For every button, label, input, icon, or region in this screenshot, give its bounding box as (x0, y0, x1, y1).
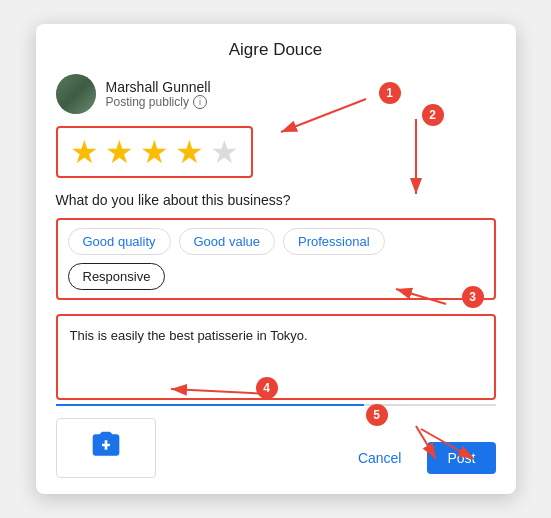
info-icon[interactable]: i (193, 95, 207, 109)
modal-title: Aigre Douce (56, 40, 496, 60)
post-button[interactable]: Post (427, 442, 495, 474)
tag-good-value[interactable]: Good value (179, 228, 276, 255)
user-info: Marshall Gunnell Posting publicly i (106, 79, 211, 109)
add-photo-box[interactable] (56, 418, 156, 478)
question-label: What do you like about this business? (56, 192, 496, 208)
star-3[interactable]: ★ (140, 136, 169, 168)
bottom-row: Cancel Post (56, 418, 496, 478)
avatar-image (56, 74, 96, 114)
star-4[interactable]: ★ (175, 136, 204, 168)
star-2[interactable]: ★ (105, 136, 134, 168)
review-text-box[interactable] (56, 314, 496, 401)
cancel-button[interactable]: Cancel (342, 442, 418, 474)
user-name: Marshall Gunnell (106, 79, 211, 95)
tag-responsive[interactable]: Responsive (68, 263, 166, 290)
star-5[interactable]: ★ (210, 136, 239, 168)
stars-container[interactable]: ★ ★ ★ ★ ★ (56, 126, 253, 178)
add-photo-icon (90, 429, 122, 468)
action-buttons: Cancel Post (342, 442, 496, 474)
posting-publicly-label: Posting publicly i (106, 95, 211, 109)
tag-professional[interactable]: Professional (283, 228, 385, 255)
text-underline (56, 404, 496, 406)
review-modal: 1 2 3 4 5 Aigre Douce Marshall Gunnell P… (36, 24, 516, 495)
review-textarea[interactable] (70, 326, 482, 385)
star-1[interactable]: ★ (70, 136, 99, 168)
tag-good-quality[interactable]: Good quality (68, 228, 171, 255)
avatar (56, 74, 96, 114)
user-row: Marshall Gunnell Posting publicly i (56, 74, 496, 114)
tags-container: Good quality Good value Professional Res… (56, 218, 496, 300)
